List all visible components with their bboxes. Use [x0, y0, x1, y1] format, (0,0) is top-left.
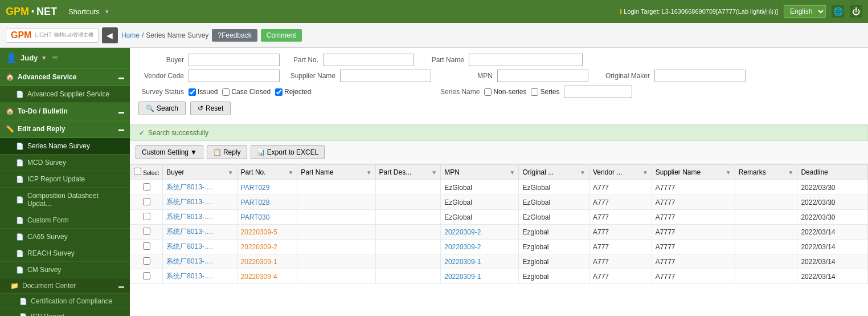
row-original: EzGlobal — [519, 210, 589, 225]
sidebar-item-certification[interactable]: 📄 Certification of Compliance — [0, 294, 130, 309]
sidebar-item-icp-report-update[interactable]: 📄 ICP Report Update — [0, 171, 130, 188]
part-no-filter-icon[interactable]: ▼ — [288, 169, 293, 176]
th-remarks[interactable]: Remarks▼ — [735, 165, 797, 180]
remarks-filter-icon[interactable]: ▼ — [788, 169, 794, 176]
part-des-filter-icon[interactable]: ▼ — [431, 169, 437, 176]
th-vendor[interactable]: Vendor ...▼ — [589, 165, 652, 180]
supplier-name-label: Supplier Name — [284, 72, 335, 80]
sidebar-item-custom-form[interactable]: 📄 Custom Form — [0, 212, 130, 229]
user-menu[interactable]: 👤 Judy ▼ ✉ — [0, 48, 130, 68]
row-checkbox[interactable] — [143, 198, 150, 205]
sidebar-item-icp-report[interactable]: 📄 ICP Report — [0, 309, 130, 316]
globe-icon[interactable]: 🌐 — [832, 5, 844, 18]
sidebar-item-mcd-survey[interactable]: 📄 MCD Survey — [0, 155, 130, 171]
form-row-3: Survey Status Issued Case Closed Rejecte… — [138, 86, 859, 98]
custom-setting-button[interactable]: Custom Setting ▼ — [136, 145, 203, 159]
mpn-filter-icon[interactable]: ▼ — [510, 169, 515, 176]
row-select-cell — [130, 254, 163, 269]
form-row-1: Buyer Part No. Part Name — [138, 54, 859, 66]
export-excel-button[interactable]: 📊 Export to EXCEL — [251, 145, 325, 159]
shortcuts-menu[interactable]: Shortcuts — [68, 7, 100, 16]
user-name: Judy — [21, 54, 38, 62]
row-checkbox[interactable] — [143, 272, 150, 279]
row-supplier-name: A7777 — [652, 180, 735, 195]
comment-button[interactable]: Comment — [261, 29, 302, 42]
row-part-no: PART030 — [237, 210, 297, 225]
feedback-button[interactable]: ?Feedback — [212, 29, 257, 42]
row-checkbox[interactable] — [143, 242, 150, 250]
sidebar-section-todo[interactable]: 🏠 To-Do / Bulletin ▬ — [0, 103, 130, 120]
part-name-input[interactable] — [469, 54, 583, 66]
th-part-des[interactable]: Part Des...▼ — [375, 165, 441, 180]
search-button[interactable]: 🔍 Search — [138, 102, 186, 115]
sidebar-section-edit-reply[interactable]: ✏️ Edit and Reply ▬ — [0, 120, 130, 138]
row-checkbox[interactable] — [143, 257, 150, 265]
supplier-filter-icon[interactable]: ▼ — [726, 169, 731, 176]
row-remarks — [735, 195, 797, 210]
part-name-filter-icon[interactable]: ▼ — [366, 169, 372, 176]
row-supplier-name: A7777 — [652, 269, 735, 284]
data-table: Select Buyer▼ Part No.▼ Part Name▼ Part — [130, 164, 868, 284]
sidebar-item-series-name-survey[interactable]: 📄 Series Name Survey — [0, 138, 130, 155]
row-mpn: 20220309-2 — [441, 225, 519, 240]
non-series-checkbox-label[interactable]: Non-series — [484, 88, 526, 96]
row-part-des — [375, 225, 441, 240]
part-no-label: Part No. — [284, 56, 318, 64]
sidebar-item-composition-datasheet[interactable]: 📄 Composition Datasheet Updat... — [0, 188, 130, 212]
row-original: Ezglobal — [519, 254, 589, 269]
part-no-input[interactable] — [323, 54, 414, 66]
non-series-checkbox[interactable] — [484, 88, 492, 96]
case-closed-checkbox-label[interactable]: Case Closed — [222, 88, 271, 96]
main-content: Buyer Part No. Part Name Vendor Code Sup… — [130, 48, 868, 316]
reply-button[interactable]: 📋 Reply — [207, 145, 247, 159]
breadcrumb-home[interactable]: Home — [121, 31, 140, 39]
table-row: 系统厂8013-…. 20220309-5 20220309-2 Ezgloba… — [130, 225, 868, 240]
th-select: Select — [130, 165, 163, 180]
rejected-checkbox[interactable] — [275, 88, 282, 96]
row-part-no: 20220309-2 — [237, 240, 297, 254]
vendor-code-input[interactable] — [189, 70, 280, 82]
row-checkbox[interactable] — [143, 228, 150, 235]
th-buyer[interactable]: Buyer▼ — [163, 165, 237, 180]
th-deadline[interactable]: Deadline — [797, 165, 868, 180]
back-button[interactable]: ◀ — [102, 27, 118, 43]
collapse-icon2: ▬ — [118, 108, 124, 115]
buyer-input[interactable] — [189, 54, 280, 66]
vendor-filter-icon[interactable]: ▼ — [642, 169, 648, 176]
buyer-filter-icon[interactable]: ▼ — [228, 169, 234, 176]
power-icon[interactable]: ⏻ — [850, 5, 862, 18]
supplier-name-input[interactable] — [340, 70, 431, 82]
sidebar-item-reach-survey[interactable]: 📄 REACH Survey — [0, 245, 130, 262]
case-closed-checkbox[interactable] — [222, 88, 230, 96]
sidebar-item-ca65-survey[interactable]: 📄 CA65 Survey — [0, 229, 130, 245]
row-part-name — [297, 254, 375, 269]
row-vendor: A777 — [589, 195, 652, 210]
select-all-checkbox[interactable] — [134, 168, 141, 175]
sidebar-item-cm-survey[interactable]: 📄 CM Survey — [0, 262, 130, 278]
series-name-input[interactable] — [564, 86, 632, 98]
row-deadline: 2022/03/30 — [797, 210, 868, 225]
reset-icon: ↺ — [198, 104, 203, 112]
series-checkbox[interactable] — [531, 88, 538, 96]
sidebar-section-document-center[interactable]: 📁 Document Center ▬ — [0, 278, 130, 294]
original-filter-icon[interactable]: ▼ — [580, 169, 586, 176]
th-supplier-name[interactable]: Supplier Name▼ — [652, 165, 735, 180]
row-checkbox[interactable] — [143, 213, 150, 220]
sidebar-item-advanced-supplier-service[interactable]: 📄 Advanced Supplier Service — [0, 86, 130, 103]
th-part-no[interactable]: Part No.▼ — [237, 165, 297, 180]
language-select[interactable]: English — [784, 5, 826, 18]
sidebar-section-advanced-service[interactable]: 🏠 Advanced Service ▬ — [0, 68, 130, 86]
reset-button[interactable]: ↺ Reset — [190, 102, 231, 115]
original-maker-input[interactable] — [654, 70, 746, 82]
row-checkbox[interactable] — [143, 183, 150, 191]
row-deadline: 2022/03/14 — [797, 269, 868, 284]
search-form: Buyer Part No. Part Name Vendor Code Sup… — [130, 48, 868, 125]
th-original[interactable]: Original ...▼ — [519, 165, 589, 180]
series-checkbox-label[interactable]: Series — [531, 88, 559, 96]
issued-checkbox[interactable] — [189, 88, 196, 96]
rejected-checkbox-label[interactable]: Rejected — [275, 88, 311, 96]
mpn-input[interactable] — [497, 70, 588, 82]
th-mpn[interactable]: MPN▼ — [441, 165, 519, 180]
issued-checkbox-label[interactable]: Issued — [189, 88, 218, 96]
th-part-name[interactable]: Part Name▼ — [297, 165, 375, 180]
